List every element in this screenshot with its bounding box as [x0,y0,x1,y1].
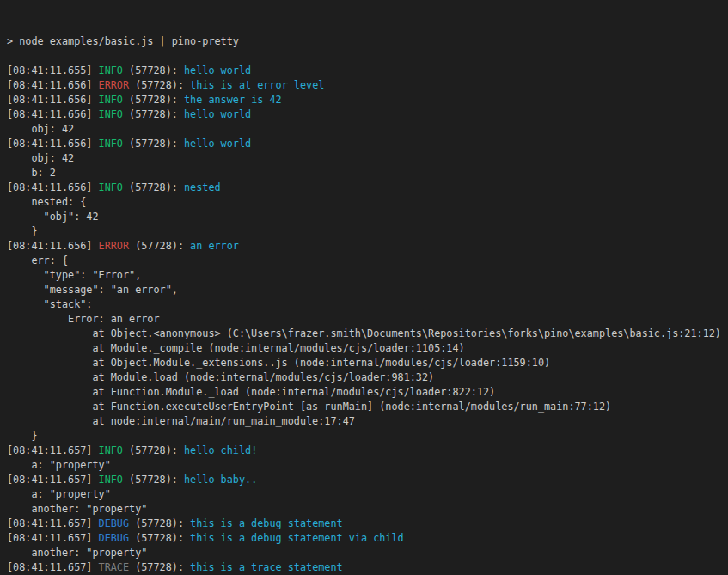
log-timestamp: [08:41:11.657] [7,474,99,486]
log-detail-line: at Function.Module._load (node:internal/… [7,385,728,400]
log-message: this is a debug statement via child [190,532,404,544]
log-line: [08:41:11.657] INFO (57728): hello child… [7,443,728,458]
log-level: TRACE [99,561,130,573]
log-level: DEBUG [99,517,130,529]
log-level: ERROR [99,79,130,91]
log-detail-line: at Module.load (node:internal/modules/cj… [7,370,728,385]
log-line: [08:41:11.656] INFO (57728): nested [7,180,728,195]
log-pid: (57728): [129,240,190,252]
log-line: [08:41:11.657] DEBUG (57728): this is a … [7,531,728,546]
log-detail-line: "message": "an error", [7,283,728,297]
log-message: hello child! [184,444,257,456]
log-level: INFO [99,444,123,456]
log-message: hello world [184,108,251,120]
log-level: INFO [99,138,123,150]
log-line: [08:41:11.656] ERROR (57728): this is at… [7,78,728,93]
log-detail-line: at Object.Module._extensions..js (node:i… [7,356,728,370]
log-line: [08:41:11.656] ERROR (57728): an error [7,239,728,254]
log-timestamp: [08:41:11.656] [7,181,99,193]
log-pid: (57728): [123,108,184,120]
log-pid: (57728): [129,532,190,544]
terminal-output: > node examples/basic.js | pino-pretty [… [7,34,728,575]
log-message: the answer is 42 [184,94,282,106]
log-pid: (57728): [129,79,190,91]
log-timestamp: [08:41:11.657] [7,444,99,456]
log-detail-line: a: "property" [7,487,728,502]
log-detail-line: another: "property" [7,502,728,517]
log-timestamp: [08:41:11.655] [7,64,99,76]
log-pid: (57728): [123,474,184,486]
log-message: hello world [184,64,251,76]
log-detail-line: "stack": [7,297,728,312]
log-pid: (57728): [129,561,190,573]
log-level: DEBUG [99,532,130,544]
log-timestamp: [08:41:11.656] [7,79,99,91]
log-detail-line: } [7,429,728,443]
log-message: nested [184,181,221,193]
log-detail-line: nested: { [7,195,728,210]
log-message: this is a trace statement [190,561,343,573]
log-level: INFO [99,108,123,120]
log-level: INFO [99,94,123,106]
log-detail-line: at node:internal/main/run_main_module:17… [7,414,728,429]
blank-line [7,49,728,64]
log-timestamp: [08:41:11.657] [7,561,99,573]
log-line: [08:41:11.657] INFO (57728): hello baby.… [7,473,728,487]
log-detail-line: Error: an error [7,312,728,327]
log-line: [08:41:11.657] TRACE (57728): this is a … [7,560,728,575]
log-line: [08:41:11.657] DEBUG (57728): this is a … [7,517,728,531]
log-message: this is at error level [190,79,324,91]
log-level: INFO [99,64,123,76]
log-pid: (57728): [123,181,184,193]
log-pid: (57728): [123,138,184,150]
log-detail-line: "obj": 42 [7,210,728,224]
log-line: [08:41:11.656] INFO (57728): the answer … [7,93,728,107]
log-message: an error [190,240,239,252]
log-pid: (57728): [123,444,184,456]
log-timestamp: [08:41:11.657] [7,532,99,544]
log-detail-line: another: "property" [7,546,728,560]
log-timestamp: [08:41:11.656] [7,240,99,252]
log-detail-line: at Object.<anonymous> (C:\Users\frazer.s… [7,327,728,341]
log-pid: (57728): [123,64,184,76]
log-message: hello world [184,138,251,150]
log-timestamp: [08:41:11.656] [7,94,99,106]
log-timestamp: [08:41:11.656] [7,138,99,150]
log-detail-line: obj: 42 [7,122,728,137]
log-timestamp: [08:41:11.657] [7,517,99,529]
log-detail-line: b: 2 [7,166,728,180]
log-detail-line: a: "property" [7,458,728,473]
log-message: hello baby.. [184,474,257,486]
log-detail-line: err: { [7,254,728,268]
log-detail-line: "type": "Error", [7,268,728,283]
log-line: [08:41:11.656] INFO (57728): hello world [7,107,728,122]
log-detail-line: at Function.executeUserEntryPoint [as ru… [7,400,728,414]
log-timestamp: [08:41:11.656] [7,108,99,120]
log-detail-line: } [7,224,728,239]
log-detail-line: obj: 42 [7,151,728,166]
log-message: this is a debug statement [190,517,343,529]
log-pid: (57728): [129,517,190,529]
terminal[interactable]: > node examples/basic.js | pino-pretty [… [0,0,728,575]
log-level: INFO [99,181,123,193]
log-line: [08:41:11.655] INFO (57728): hello world [7,64,728,78]
log-level: ERROR [99,240,130,252]
log-pid: (57728): [123,94,184,106]
log-level: INFO [99,474,123,486]
command-line: > node examples/basic.js | pino-pretty [7,34,728,49]
log-detail-line: at Module._compile (node:internal/module… [7,341,728,356]
log-line: [08:41:11.656] INFO (57728): hello world [7,137,728,151]
